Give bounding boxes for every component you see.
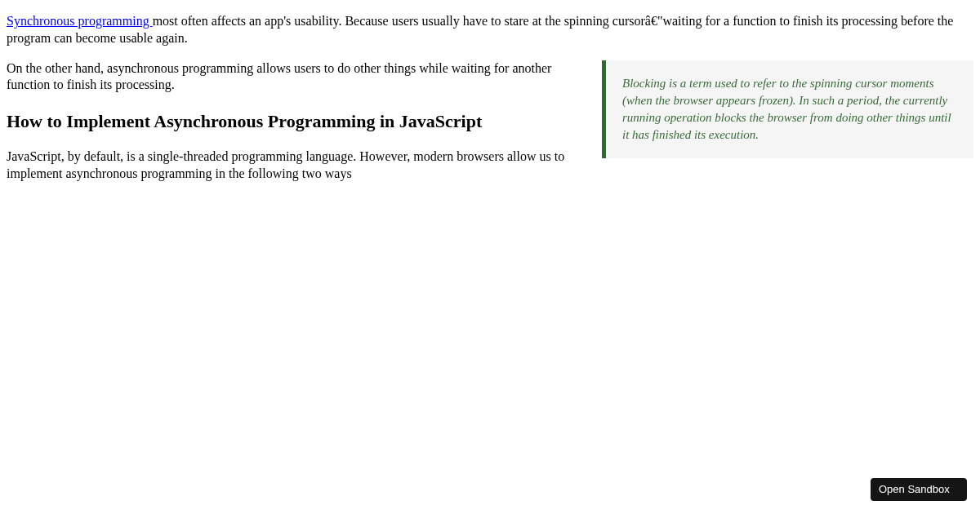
paragraph-async: On the other hand, asynchronous programm… bbox=[7, 60, 576, 95]
article-content: Synchronous programming most often affec… bbox=[7, 13, 973, 182]
sync-programming-link[interactable]: Synchronous programming bbox=[7, 14, 153, 28]
paragraph-intro: Synchronous programming most often affec… bbox=[7, 13, 973, 47]
paragraph-js: JavaScript, by default, is a single-thre… bbox=[7, 148, 576, 183]
blocking-callout: Blocking is a term used to refer to the … bbox=[602, 60, 973, 158]
main-column: On the other hand, asynchronous programm… bbox=[7, 60, 576, 183]
content-row: On the other hand, asynchronous programm… bbox=[7, 60, 973, 183]
open-sandbox-button[interactable]: Open Sandbox bbox=[871, 478, 967, 501]
section-heading: How to Implement Asynchronous Programmin… bbox=[7, 110, 576, 134]
